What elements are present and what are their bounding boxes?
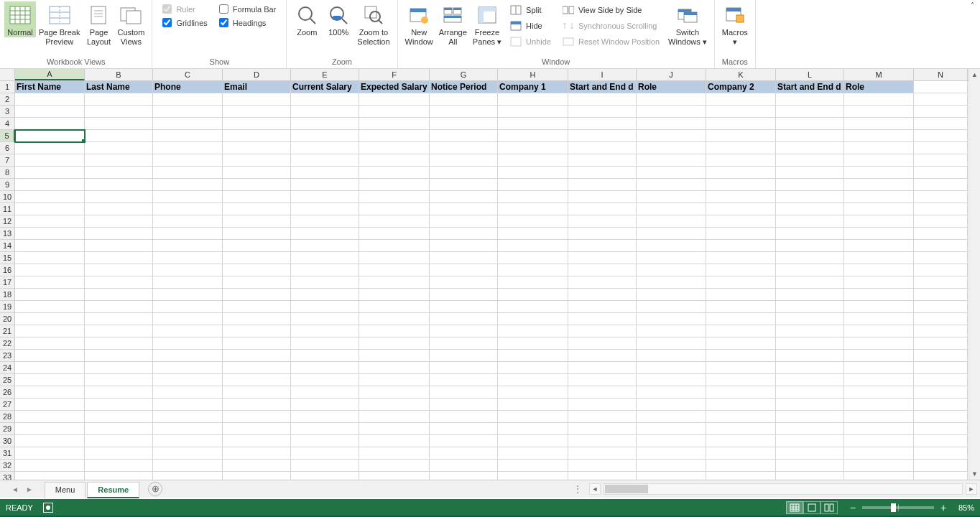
row-header-18[interactable]: 18 xyxy=(0,289,15,301)
cell-C15[interactable] xyxy=(153,252,223,264)
cell-G5[interactable] xyxy=(430,130,498,142)
cell-M18[interactable] xyxy=(844,289,914,301)
cell-C19[interactable] xyxy=(153,301,223,313)
cell-I27[interactable] xyxy=(568,399,637,411)
cell-B32[interactable] xyxy=(85,460,153,472)
view-normal-button[interactable] xyxy=(786,501,803,514)
cell-K22[interactable] xyxy=(706,337,776,350)
ruler-checkbox[interactable]: Ruler xyxy=(162,4,207,14)
cell-N13[interactable] xyxy=(914,228,968,240)
split-button[interactable]: Split xyxy=(507,3,554,17)
cell-M31[interactable] xyxy=(844,447,914,460)
cell-I32[interactable] xyxy=(568,460,637,472)
cell-M2[interactable] xyxy=(844,93,914,106)
cell-E6[interactable] xyxy=(291,142,359,154)
row-header-19[interactable]: 19 xyxy=(0,301,15,313)
row-header-26[interactable]: 26 xyxy=(0,386,15,399)
cell-I4[interactable] xyxy=(568,118,637,130)
cell-M22[interactable] xyxy=(844,337,914,350)
row-header-9[interactable]: 9 xyxy=(0,179,15,191)
cell-D30[interactable] xyxy=(223,435,291,447)
cell-A27[interactable] xyxy=(15,399,85,411)
cell-I31[interactable] xyxy=(568,447,637,460)
cell-N18[interactable] xyxy=(914,289,968,301)
cell-E5[interactable] xyxy=(291,130,359,142)
cell-F32[interactable] xyxy=(359,460,430,472)
cell-L18[interactable] xyxy=(776,289,844,301)
cell-F3[interactable] xyxy=(359,106,430,118)
cell-K26[interactable] xyxy=(706,386,776,399)
cell-N31[interactable] xyxy=(914,447,968,460)
cell-A8[interactable] xyxy=(15,167,85,179)
cell-L33[interactable] xyxy=(776,472,844,480)
cell-H14[interactable] xyxy=(498,240,568,252)
cell-J2[interactable] xyxy=(637,93,706,106)
cell-E23[interactable] xyxy=(291,350,359,362)
cell-I33[interactable] xyxy=(568,472,637,480)
cell-L11[interactable] xyxy=(776,203,844,215)
cell-N24[interactable] xyxy=(914,362,968,374)
cell-E24[interactable] xyxy=(291,362,359,374)
cell-I2[interactable] xyxy=(568,93,637,106)
cell-E12[interactable] xyxy=(291,215,359,228)
cell-G25[interactable] xyxy=(430,374,498,386)
cell-H12[interactable] xyxy=(498,215,568,228)
cell-B31[interactable] xyxy=(85,447,153,460)
row-header-5[interactable]: 5 xyxy=(0,130,15,142)
row-header-29[interactable]: 29 xyxy=(0,423,15,435)
cell-G30[interactable] xyxy=(430,435,498,447)
cell-L13[interactable] xyxy=(776,228,844,240)
cell-B19[interactable] xyxy=(85,301,153,313)
cell-N8[interactable] xyxy=(914,167,968,179)
view-page-layout-button[interactable] xyxy=(803,501,820,514)
cell-C11[interactable] xyxy=(153,203,223,215)
zoom-to-selection-button[interactable]: Zoom to Selection xyxy=(354,1,392,47)
cell-I7[interactable] xyxy=(568,154,637,167)
cell-J12[interactable] xyxy=(637,215,706,228)
cell-H6[interactable] xyxy=(498,142,568,154)
cell-D24[interactable] xyxy=(223,362,291,374)
cell-M21[interactable] xyxy=(844,325,914,337)
cell-F9[interactable] xyxy=(359,179,430,191)
tab-nav-prev[interactable]: ◄ xyxy=(11,485,19,493)
cell-A18[interactable] xyxy=(15,289,85,301)
hide-button[interactable]: Hide xyxy=(507,19,554,33)
cell-C9[interactable] xyxy=(153,179,223,191)
cell-I5[interactable] xyxy=(568,130,637,142)
switch-windows-button[interactable]: Switch Windows ▾ xyxy=(665,1,710,47)
cell-L26[interactable] xyxy=(776,386,844,399)
cell-D17[interactable] xyxy=(223,276,291,289)
cell-I24[interactable] xyxy=(568,362,637,374)
cell-E15[interactable] xyxy=(291,252,359,264)
cell-I22[interactable] xyxy=(568,337,637,350)
cell-B2[interactable] xyxy=(85,93,153,106)
row-header-1[interactable]: 1 xyxy=(0,81,15,93)
headings-checkbox[interactable]: Headings xyxy=(219,18,277,27)
cell-A31[interactable] xyxy=(15,447,85,460)
cell-C14[interactable] xyxy=(153,240,223,252)
cell-B13[interactable] xyxy=(85,228,153,240)
zoom-in-button[interactable]: + xyxy=(938,502,948,513)
cell-J22[interactable] xyxy=(637,337,706,350)
cell-H9[interactable] xyxy=(498,179,568,191)
row-header-6[interactable]: 6 xyxy=(0,142,15,154)
cell-M15[interactable] xyxy=(844,252,914,264)
new-sheet-button[interactable]: ⊕ xyxy=(148,482,162,496)
cell-G22[interactable] xyxy=(430,337,498,350)
cell-F27[interactable] xyxy=(359,399,430,411)
cell-A30[interactable] xyxy=(15,435,85,447)
horizontal-scrollbar[interactable] xyxy=(604,483,963,495)
cell-M9[interactable] xyxy=(844,179,914,191)
cell-C23[interactable] xyxy=(153,350,223,362)
cell-N3[interactable] xyxy=(914,106,968,118)
cell-J29[interactable] xyxy=(637,423,706,435)
cell-K7[interactable] xyxy=(706,154,776,167)
cell-M30[interactable] xyxy=(844,435,914,447)
cell-K13[interactable] xyxy=(706,228,776,240)
cell-D28[interactable] xyxy=(223,411,291,423)
cell-A14[interactable] xyxy=(15,240,85,252)
cell-G3[interactable] xyxy=(430,106,498,118)
cell-H30[interactable] xyxy=(498,435,568,447)
cell-N25[interactable] xyxy=(914,374,968,386)
row-header-15[interactable]: 15 xyxy=(0,252,15,264)
